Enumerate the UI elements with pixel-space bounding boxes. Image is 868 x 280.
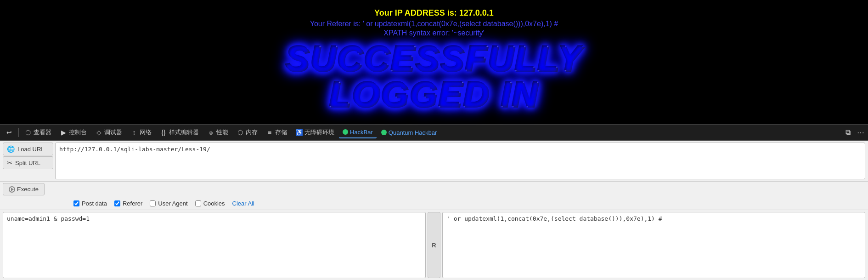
banner-area: Your IP ADDRESS is: 127.0.0.1 Your Refer… [0,0,868,124]
url-buttons: 🌐 Load URL ✂ Split URL [3,143,53,179]
ip-address-text: Your IP ADDRESS is: 127.0.0.1 [374,8,494,18]
devtools-debugger[interactable]: ◇ 调试器 [91,126,126,138]
style-label: 样式编辑器 [169,128,199,137]
referer-checkbox-label[interactable]: Referer [114,200,142,207]
a11y-icon: ♿ [295,129,303,136]
success-text-container: SUCCESSFULLY LOGGED IN [250,44,618,109]
perf-icon: ⌾ [207,129,214,136]
execute-icon [9,186,15,193]
hackbar-label: HackBar [350,129,373,136]
cookies-checkbox[interactable] [195,200,201,206]
quantum-hackbar-tab[interactable]: Quantum Hackbar [378,127,441,138]
toolbar-end-icons: ⧉ ⋯ [844,127,866,138]
hackbar-tab[interactable]: HackBar [339,127,377,138]
load-url-icon: 🌐 [7,145,15,153]
referer-text: Your Referer is: ' or updatexml(1,concat… [310,20,558,28]
clear-all-button[interactable]: Clear All [232,200,254,207]
dev-toolbar: ↩ ⬡ 查看器 ▶ 控制台 ◇ 调试器 ↕ 网络 {} 样式编辑器 ⌾ 性能 ⬡… [0,124,868,141]
devtools-performance[interactable]: ⌾ 性能 [203,126,232,138]
perf-label: 性能 [216,128,228,137]
options-row: Post data Referer User Agent Cookies Cle… [0,197,868,210]
network-icon: ↕ [130,129,138,136]
more-button[interactable]: ⋯ [855,127,866,138]
post-data-checkbox-label[interactable]: Post data [73,200,107,207]
devtools-network[interactable]: ↕ 网络 [127,126,155,138]
hackbar-dot [343,129,348,135]
quantum-dot [381,130,387,135]
user-agent-checkbox-label[interactable]: User Agent [150,200,187,207]
devtools-back-button[interactable]: ↩ [2,127,17,138]
cookies-checkbox-label[interactable]: Cookies [195,200,225,207]
back-icon: ↩ [6,129,13,136]
inspector-icon: ⬡ [24,129,32,136]
post-data-checkbox[interactable] [73,200,79,206]
debugger-icon: ◇ [95,129,102,136]
dock-button[interactable]: ⧉ [844,127,852,137]
devtools-storage[interactable]: ≡ 存储 [262,126,291,138]
referer-input[interactable] [442,212,865,278]
quantum-label: Quantum Hackbar [389,129,437,136]
devtools-accessibility[interactable]: ♿ 无障碍环境 [292,126,338,138]
r-label: R [428,212,440,278]
play-triangle [11,188,14,191]
memory-icon: ⬡ [237,129,244,136]
url-row: 🌐 Load URL ✂ Split URL [0,141,868,182]
separator-1 [18,128,19,137]
devtools-inspector[interactable]: ⬡ 查看器 [21,126,55,138]
devtools-console[interactable]: ▶ 控制台 [56,126,90,138]
split-url-icon: ✂ [7,159,12,166]
devtools-memory[interactable]: ⬡ 内存 [233,126,261,138]
url-input[interactable] [55,143,865,179]
debugger-label: 调试器 [104,128,122,137]
referer-checkbox[interactable] [114,200,120,206]
user-agent-checkbox[interactable] [150,200,156,206]
data-row: R [0,210,868,280]
success-line2: LOGGED IN [329,76,539,112]
network-label: 网络 [140,128,152,137]
style-icon: {} [160,129,167,136]
hackbar-panel: 🌐 Load URL ✂ Split URL Execute Post data… [0,141,868,280]
execute-row: Execute [0,182,868,197]
post-data-input[interactable] [3,212,426,278]
storage-icon: ≡ [266,129,273,136]
console-icon: ▶ [60,129,67,136]
load-url-button[interactable]: 🌐 Load URL [3,143,53,155]
devtools-style-editor[interactable]: {} 样式编辑器 [156,126,203,138]
split-url-button[interactable]: ✂ Split URL [3,156,53,169]
success-line1: SUCCESSFULLY [286,40,583,76]
console-label: 控制台 [69,128,87,137]
memory-label: 内存 [246,128,258,137]
inspector-label: 查看器 [34,128,51,137]
a11y-label: 无障碍环境 [304,128,334,137]
execute-button[interactable]: Execute [3,183,45,195]
storage-label: 存储 [275,128,287,137]
xpath-text: XPATH syntax error: '~security' [383,29,484,37]
